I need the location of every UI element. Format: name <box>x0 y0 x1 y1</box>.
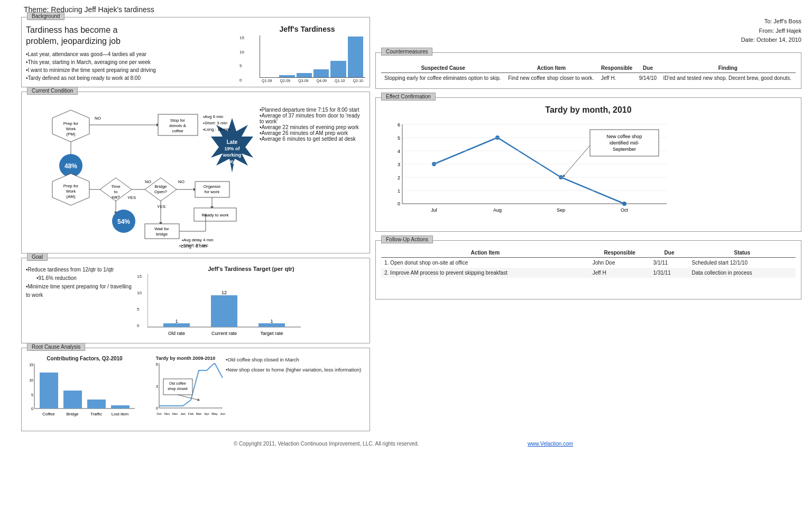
condition-bullets: •Planned departure time 7:15 for 8:00 st… <box>260 99 365 249</box>
followup-table: Action Item Responsible Due Status 1. Op… <box>381 248 796 294</box>
current-condition-label: Current Condition <box>27 87 78 95</box>
followup-col-due: Due <box>650 248 689 258</box>
effect-confirmation-section: Effect Confirmation Tardy by month, 2010 <box>375 97 801 232</box>
svg-text:Late: Late <box>227 139 238 145</box>
svg-point-108 <box>622 202 626 206</box>
followup-responsible-1: John Doe <box>589 257 650 268</box>
svg-text:•Short: 3 min: •Short: 3 min <box>203 121 227 125</box>
followup-responsible-2: Jeff H <box>589 268 650 278</box>
svg-text:to: to <box>114 189 118 194</box>
root-line-svg: Old coffee shop closed Oct Nov <box>149 363 225 427</box>
header-info: To: Jeff's Boss From: Jeff Hajek Date: O… <box>375 17 801 45</box>
svg-text:Feb: Feb <box>188 412 194 415</box>
followup-due-1: 3/1/11 <box>650 257 689 268</box>
svg-text:Lost item: Lost item <box>112 412 129 416</box>
goal-label: Goal <box>27 253 48 261</box>
svg-text:•Avg 6 min: •Avg 6 min <box>203 114 223 119</box>
svg-text:shop closed: shop closed <box>168 387 187 391</box>
svg-text:working: working <box>223 152 242 158</box>
svg-rect-73 <box>40 373 58 409</box>
svg-text:Dec: Dec <box>172 412 178 415</box>
footer-link[interactable]: www.Velaction.com <box>528 441 573 447</box>
followup-due-2: 1/31/11 <box>650 268 689 278</box>
svg-text:0: 0 <box>156 406 158 410</box>
bar-q2-09 <box>279 75 294 77</box>
svg-text:Stop for: Stop for <box>170 118 185 123</box>
svg-text:5: 5 <box>31 393 33 397</box>
svg-text:Traffic: Traffic <box>90 412 102 416</box>
svg-text:0: 0 <box>398 201 400 206</box>
root-bar-svg: Coffee Bridge Traffic Lost item 15 10 5 … <box>24 364 140 422</box>
followup-status-1: Scheduled start 12/1/10 <box>689 257 796 268</box>
svg-text:NO: NO <box>145 179 151 184</box>
svg-text:Oct: Oct <box>156 412 162 415</box>
effect-confirmation-label: Effect Confirmation <box>381 93 436 101</box>
svg-text:NO: NO <box>178 179 184 184</box>
root-line-chart: Tardy by month 2009-2010 Old coffee <box>149 356 223 428</box>
svg-text:Prep for: Prep for <box>63 184 79 188</box>
svg-text:Nov: Nov <box>164 412 170 415</box>
svg-text:Coffee: Coffee <box>42 412 55 416</box>
flow-diagram: Prep for Work (PM) 48% Prep for Work <box>26 99 253 248</box>
svg-rect-75 <box>87 400 106 409</box>
svg-text:eat?: eat? <box>112 195 120 199</box>
root-bar-chart: Contributing Factors, Q2-2010 Coffee <box>24 356 145 428</box>
svg-marker-0 <box>52 110 89 142</box>
svg-text:Work: Work <box>66 189 77 194</box>
table-row-empty <box>381 278 796 294</box>
effect-line-chart: 6 5 4 3 2 1 0 Jul Aug Sep Oct <box>381 119 677 225</box>
table-row: 2. Improve AM process to prevent skippin… <box>381 268 796 278</box>
svg-text:Wait for: Wait for <box>154 226 169 231</box>
followup-action-2: 2. Improve AM process to prevent skippin… <box>381 268 589 278</box>
bar-q2-10 <box>348 37 363 77</box>
svg-text:0: 0 <box>31 407 33 411</box>
svg-text:Open?: Open? <box>154 189 168 194</box>
svg-text:Bridge: Bridge <box>66 412 79 416</box>
background-bar-chart <box>260 35 365 78</box>
svg-text:Time: Time <box>111 184 121 189</box>
svg-text:10: 10 <box>29 378 33 382</box>
countermeasures-table: Suspected Cause Action Item Responsible … <box>381 64 796 83</box>
col-finding: Finding <box>660 64 796 73</box>
x-labels: Q1-09 Q2-09 Q3-09 Q4-09 Q1-10 Q2-10 <box>260 79 365 83</box>
svg-text:YES: YES <box>127 195 136 200</box>
bar-q4-09 <box>313 69 329 77</box>
col-cause: Suspected Cause <box>381 64 505 73</box>
bar-q3-09 <box>297 73 312 77</box>
countermeasures-label: Countermeasures <box>381 48 432 56</box>
cell-finding: ID'ed and tested new shop. Decent brew, … <box>660 72 796 83</box>
root-cause-section: Root Cause Analysis Contributing Factors… <box>21 348 370 431</box>
col-action: Action Item <box>505 64 597 73</box>
followup-section: Follow-Up Actions Action Item Responsibl… <box>375 240 801 300</box>
background-section: Background Tardiness has become a proble… <box>21 17 370 87</box>
goal-chart: Jeff's Tardiness Target (per qtr) 15 10 … <box>137 266 365 339</box>
footer: © Copyright 2011, Velaction Continuous I… <box>5 441 801 447</box>
svg-text:September: September <box>613 147 636 152</box>
svg-text:Sep: Sep <box>557 207 565 213</box>
svg-line-90 <box>178 395 199 400</box>
svg-text:54%: 54% <box>117 218 130 225</box>
countermeasures-section: Countermeasures Suspected Cause Action I… <box>375 52 801 89</box>
svg-text:Jul: Jul <box>431 207 437 213</box>
svg-rect-64 <box>259 323 285 327</box>
followup-status-2: Data collection in process <box>689 268 796 278</box>
svg-text:1: 1 <box>270 319 273 324</box>
bar-q1-10 <box>330 61 346 77</box>
svg-text:Mar: Mar <box>196 412 201 415</box>
svg-text:Jun: Jun <box>220 412 225 415</box>
svg-line-130 <box>564 146 590 176</box>
root-cause-label: Root Cause Analysis <box>27 343 85 351</box>
svg-rect-76 <box>111 405 130 409</box>
tardiness-chart-title: Jeff's Tardiness <box>249 25 365 33</box>
cell-due: 9/14/10 <box>636 72 660 83</box>
svg-text:1: 1 <box>175 319 178 324</box>
svg-text:5: 5 <box>398 135 400 141</box>
svg-text:19% of: 19% of <box>224 146 240 151</box>
svg-text:48%: 48% <box>64 162 77 170</box>
svg-text:2: 2 <box>398 175 400 180</box>
cell-action: Find new coffee shop closer to work. <box>505 72 597 83</box>
svg-text:coffee: coffee <box>172 129 183 133</box>
svg-text:Aug: Aug <box>493 207 502 213</box>
background-title: Tardiness has become a problem, jeopardi… <box>26 25 244 47</box>
svg-text:4: 4 <box>398 149 400 154</box>
